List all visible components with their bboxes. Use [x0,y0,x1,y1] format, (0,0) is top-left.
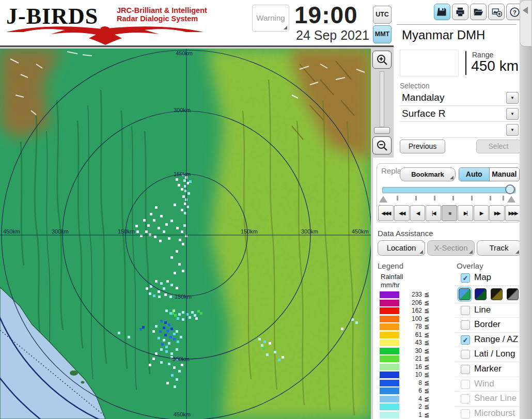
legend-row: 6≦ [380,387,437,395]
playback-button[interactable]: ◀◀ [394,205,410,221]
range-end-handle[interactable] [507,196,515,203]
checkbox[interactable]: ✓ [461,335,470,345]
station-title: Myanmar DMH [402,28,485,42]
panel-scroll-strip [520,0,532,419]
overlay-item-shear-line[interactable]: Shear Line [455,392,522,407]
legend-row: 16≦ [380,363,437,371]
manual-button[interactable]: Manual [489,168,520,181]
x-section-button[interactable]: X-Section [427,240,475,256]
zoom-slider[interactable] [380,71,384,127]
previous-button[interactable]: Previous [400,139,445,153]
eagle-icon [4,25,206,45]
mmt-button[interactable]: MMT [373,25,392,43]
playback-button[interactable]: ◀◀◀ [378,205,394,221]
overlay-item-wind[interactable]: Wind [455,377,522,392]
select-button[interactable]: Select [476,139,521,153]
legend-value: 61 [400,331,422,338]
playback-button[interactable]: ▶▶▶ [505,205,521,221]
overlay-item-label: Wind [474,379,494,389]
legend-value: 78 [400,323,422,330]
legend-value: 233 [400,291,422,298]
overlay-list: ✓MapLineBorder✓Range / AZLati / LongMark… [455,271,522,419]
map-style-swatch[interactable] [459,288,471,300]
legend-unit-2: mm/hr [381,281,403,289]
svg-text:450km: 450km [176,50,193,56]
checkbox[interactable]: ✓ [461,273,470,283]
playback-button[interactable]: ■ [442,205,457,221]
logo-subtitle-1: JRC-Brilliant & Intelligent [117,6,207,14]
utc-button[interactable]: UTC [373,6,392,24]
overlay-item-line[interactable]: Line [455,303,522,318]
map-style-swatch[interactable] [507,288,519,300]
checkbox[interactable] [461,380,470,389]
legend-row: 21≦ [380,355,437,363]
checkbox[interactable] [461,394,470,404]
svg-text:450km: 450km [352,228,369,235]
zoom-in-icon[interactable] [372,51,392,69]
legend-row: 43≦ [380,339,437,347]
auto-button[interactable]: Auto [459,168,489,181]
playback-button[interactable]: |◀ [426,205,441,221]
overlay-item-marker[interactable]: Marker [455,362,522,377]
chevron-down-icon[interactable]: ▼ [506,92,519,104]
warning-label: Warning [256,13,285,22]
legend-value: 2 [400,403,422,410]
legend-value: 10 [400,371,422,378]
legend-value: 4 [400,395,422,402]
legend-value: 8 [400,379,422,386]
overlay-item-microburst[interactable]: Microburst [455,407,522,419]
warning-button[interactable]: Warning [252,5,289,32]
checkbox[interactable] [461,350,470,359]
legend-value: 16 [400,363,422,370]
svg-text:300km: 300km [173,356,190,362]
overlay-item-border[interactable]: Border [455,318,522,333]
save-icon[interactable] [434,4,450,20]
overlay-item-map[interactable]: ✓Map [455,271,522,286]
range-start-handle[interactable] [379,196,387,203]
legend-color-chip [380,412,399,418]
site-dropdown[interactable]: Mandalay ▼ [400,91,520,106]
playback-button[interactable]: ◀ [410,205,426,221]
checkbox[interactable] [461,365,470,374]
legend-row: 100≦ [380,315,437,323]
legend-row: 8≦ [380,379,437,387]
map-style-swatch[interactable] [475,288,487,300]
overlay-item-range-az[interactable]: ✓Range / AZ [455,333,522,348]
playback-button[interactable]: ▶| [458,205,473,221]
chevron-down-icon[interactable]: ▼ [506,108,519,120]
legend-row: 4≦ [380,395,437,404]
replay-slider-thumb[interactable] [505,184,515,194]
print-icon[interactable] [452,4,468,20]
map-style-swatches [455,286,522,303]
zoom-out-icon[interactable] [372,136,392,154]
replay-slider[interactable] [382,187,515,193]
legend-row: 61≦ [380,331,437,339]
legend-row: 233≦ [380,291,437,299]
zoom-slider-thumb[interactable] [374,127,390,134]
option-dropdown[interactable]: ▼ [400,123,520,138]
panel-collapse-tab[interactable] [520,0,532,46]
checkbox[interactable] [461,409,470,418]
legend-color-chip [380,355,399,362]
overlay-item-lati-long[interactable]: Lati / Long [455,347,522,362]
map-style-swatch[interactable] [491,288,503,300]
location-button[interactable]: Location [378,240,425,256]
chevron-down-icon[interactable]: ▼ [506,124,519,136]
toolbar-separator [397,24,517,25]
radar-map[interactable]: 450km300km150km150km300km450km450km300km… [0,49,371,419]
map-zoom-strip [371,49,394,158]
bookmark-button[interactable]: Bookmark [400,167,456,181]
add-image-icon[interactable] [488,4,505,20]
svg-text:300km: 300km [301,228,318,235]
legend-color-chip [380,332,399,338]
overlay-item-label: Marker [474,364,502,374]
collapse-left-icon [523,7,528,14]
playback-button[interactable]: ▶ [474,205,489,221]
checkbox[interactable] [461,320,470,330]
playback-button[interactable]: ▶▶ [489,205,505,221]
open-folder-icon[interactable] [470,4,487,20]
clock-time: 19:00 [294,1,358,29]
product-dropdown[interactable]: Surface R ▼ [400,107,520,122]
track-button[interactable]: Track [477,240,521,256]
checkbox[interactable] [461,306,470,315]
